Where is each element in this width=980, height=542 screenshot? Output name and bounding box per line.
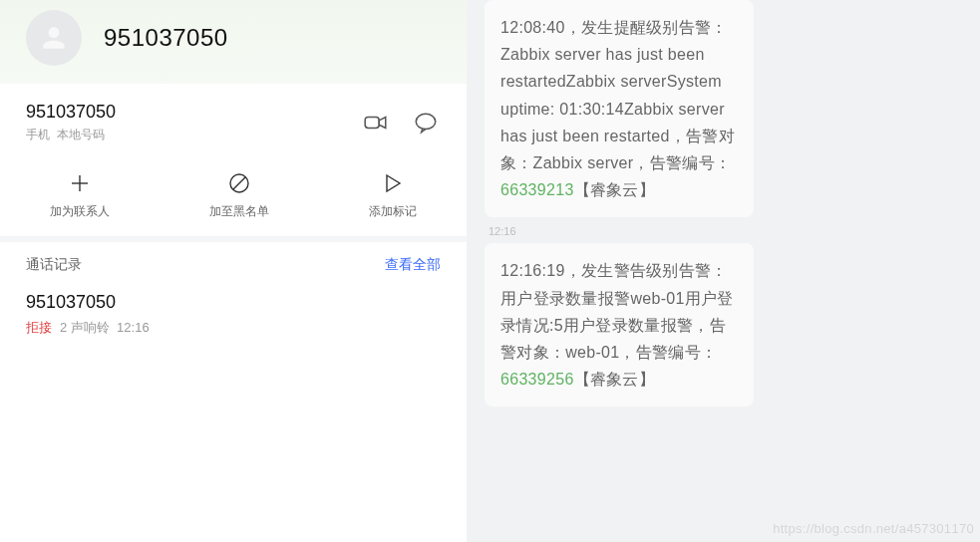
- add-contact-label: 加为联系人: [50, 203, 110, 220]
- alert-code: 66339256: [500, 371, 574, 388]
- phone-meta: 手机 本地号码: [26, 127, 116, 143]
- message-button[interactable]: [411, 108, 441, 137]
- watermark-text: https://blog.csdn.net/a457301170: [773, 521, 974, 536]
- block-label: 加至黑名单: [209, 203, 269, 220]
- call-log-title: 通话记录: [26, 256, 82, 274]
- svg-rect-0: [365, 118, 379, 129]
- plus-icon: [68, 171, 92, 195]
- svg-point-1: [416, 114, 436, 129]
- call-log-item[interactable]: 951037050 拒接2 声响铃 12:16: [26, 292, 441, 337]
- person-icon: [38, 22, 70, 54]
- alert-code: 66339213: [500, 181, 574, 198]
- action-bar: 加为联系人 加至黑名单 添加标记: [0, 157, 467, 242]
- log-number: 951037050: [26, 292, 441, 313]
- video-icon: [363, 110, 389, 136]
- message-bubble[interactable]: 12:16:19，发生警告级别告警：用户登录数量报警web-01用户登录情况:5…: [485, 243, 754, 406]
- avatar: [26, 10, 82, 66]
- message-icon: [413, 110, 439, 136]
- contact-name: 951037050: [104, 24, 228, 52]
- block-icon: [227, 171, 251, 195]
- svg-marker-6: [387, 175, 400, 191]
- add-tag-button[interactable]: 添加标记: [369, 171, 417, 220]
- call-log-header: 通话记录 查看全部: [26, 256, 441, 274]
- message-pane: 12:08:40，发生提醒级别告警：Zabbix server has just…: [467, 0, 980, 542]
- add-contact-button[interactable]: 加为联系人: [50, 171, 110, 220]
- view-all-link[interactable]: 查看全部: [385, 256, 441, 274]
- phone-number: 951037050: [26, 102, 116, 123]
- add-tag-label: 添加标记: [369, 203, 417, 220]
- message-text: 12:16:19，发生警告级别告警：用户登录数量报警web-01用户登录情况:5…: [500, 262, 734, 361]
- message-suffix: 【睿象云】: [574, 181, 656, 198]
- message-suffix: 【睿象云】: [574, 371, 656, 388]
- contact-header: 951037050: [0, 0, 467, 84]
- log-detail: 拒接2 声响铃 12:16: [26, 319, 441, 337]
- log-status: 拒接: [26, 320, 52, 335]
- call-log-section: 通话记录 查看全部 951037050 拒接2 声响铃 12:16: [0, 242, 467, 351]
- play-tag-icon: [381, 171, 405, 195]
- block-button[interactable]: 加至黑名单: [209, 171, 269, 220]
- message-bubble[interactable]: 12:08:40，发生提醒级别告警：Zabbix server has just…: [485, 0, 754, 217]
- message-list: 12:08:40，发生提醒级别告警：Zabbix server has just…: [467, 0, 980, 424]
- number-row: 951037050 手机 本地号码: [0, 84, 467, 157]
- number-actions: [361, 108, 441, 137]
- svg-line-5: [233, 177, 245, 189]
- number-info: 951037050 手机 本地号码: [26, 102, 116, 143]
- contact-detail-pane: 951037050 951037050 手机 本地号码 加为联系人 加至黑名单: [0, 0, 467, 542]
- message-timestamp: 12:16: [489, 225, 962, 237]
- message-text: 12:08:40，发生提醒级别告警：Zabbix server has just…: [500, 19, 735, 171]
- video-call-button[interactable]: [361, 108, 391, 137]
